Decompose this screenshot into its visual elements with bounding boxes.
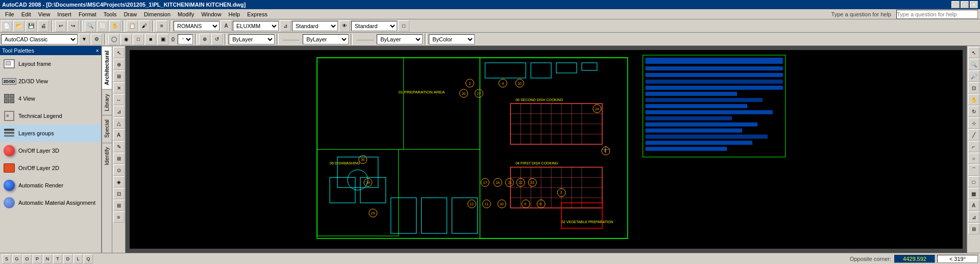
vert-btn-10[interactable]: ⊞ — [113, 153, 125, 164]
dynin-btn[interactable]: D — [63, 254, 72, 263]
menu-modify[interactable]: Modify — [175, 11, 197, 18]
layer-prev[interactable]: ↺ — [211, 34, 223, 45]
panel-item-on-off-3d[interactable]: On/Off Layer 3D — [0, 142, 101, 159]
layer-tools-3[interactable]: □ — [133, 34, 144, 45]
viewport-scale-select[interactable]: Standard — [351, 21, 397, 31]
vert-btn-5[interactable]: ↔ — [113, 94, 125, 105]
menu-edit[interactable]: Edit — [18, 11, 34, 18]
plot-style-select[interactable]: ByColor — [429, 34, 475, 44]
panel-item-on-off-2d[interactable]: On/Off Layer 2D — [0, 159, 101, 177]
layer-tools-5[interactable]: ▣ — [157, 34, 168, 45]
qp-btn[interactable]: Q — [84, 254, 93, 263]
panel-item-layout-frame[interactable]: Layout frame — [0, 55, 101, 73]
maximize-button[interactable]: □ — [961, 1, 969, 8]
vert-btn-6[interactable]: ⊿ — [113, 106, 125, 117]
right-btn-hatch[interactable]: ▦ — [968, 188, 979, 199]
lineweight-select[interactable]: ByLayer — [377, 34, 423, 44]
panel-item-layers-groups[interactable]: Layers groups — [0, 125, 101, 142]
canvas-area[interactable]: 01 PREPARATION AREA 06 SECOND DISH COOKI… — [126, 46, 967, 253]
vert-btn-12[interactable]: ◈ — [113, 176, 125, 187]
right-btn-line[interactable]: ╱ — [968, 129, 979, 140]
color-select[interactable]: ByLayer — [229, 34, 275, 44]
right-btn-text[interactable]: A — [968, 200, 979, 211]
polar-btn[interactable]: P — [33, 254, 42, 263]
menu-help[interactable]: Help — [226, 11, 243, 18]
pan[interactable]: ✋ — [109, 20, 120, 32]
text-style-btn[interactable]: A — [220, 20, 232, 32]
left-panel-close[interactable]: × — [96, 47, 99, 54]
open-button[interactable]: 📂 — [13, 20, 24, 32]
vert-btn-13[interactable]: ⊡ — [113, 188, 125, 199]
save-button[interactable]: 💾 — [26, 20, 37, 32]
new-button[interactable]: 📄 — [1, 20, 12, 32]
zoom-window[interactable]: ⬜ — [97, 20, 108, 32]
vert-btn-8[interactable]: A — [113, 129, 125, 140]
menu-tools[interactable]: Tools — [101, 11, 120, 18]
panel-item-auto-material[interactable]: Automatic Material Assignment — [0, 194, 101, 211]
tab-identify[interactable]: Identify — [102, 142, 112, 169]
panel-item-tech-legend[interactable]: Technical Legend — [0, 107, 101, 125]
tab-library[interactable]: Library — [102, 89, 112, 115]
ortho-btn[interactable]: O — [22, 254, 32, 263]
grid-btn[interactable]: G — [12, 254, 21, 263]
vert-btn-15[interactable]: ≡ — [113, 211, 125, 223]
workspace-select[interactable]: AutoCAD Classic — [1, 34, 78, 44]
menu-window[interactable]: Window — [198, 11, 224, 18]
vert-btn-1[interactable]: ↖ — [113, 47, 125, 58]
layer-num-select[interactable]: ▼ — [178, 34, 193, 44]
minimize-button[interactable]: _ — [951, 1, 960, 8]
cust-ui-btn[interactable]: ⚙ — [91, 34, 102, 45]
close-button[interactable]: × — [970, 1, 978, 8]
right-btn-zoom-out[interactable]: 🔎 — [968, 70, 979, 82]
layer-tools-4[interactable]: ■ — [145, 34, 156, 45]
right-btn-orbit[interactable]: ↻ — [968, 106, 979, 117]
vert-btn-3[interactable]: ⊞ — [113, 70, 125, 82]
help-search-input[interactable] — [896, 10, 978, 19]
workspace-btn[interactable]: ▼ — [79, 34, 90, 45]
menu-draw[interactable]: Draw — [120, 11, 140, 18]
right-btn-circle[interactable]: ○ — [968, 153, 979, 164]
match-prop[interactable]: 🖌 — [139, 20, 150, 32]
menu-insert[interactable]: Insert — [54, 11, 75, 18]
vert-btn-4[interactable]: ✕ — [113, 82, 125, 93]
right-btn-select[interactable]: ↖ — [968, 47, 979, 58]
undo-button[interactable]: ↩ — [55, 20, 66, 32]
tab-architectural[interactable]: Architectural — [102, 46, 112, 89]
right-btn-rect[interactable]: □ — [968, 176, 979, 187]
linetype-select[interactable]: ByLayer — [303, 34, 349, 44]
print-button[interactable]: 🖨 — [38, 20, 49, 32]
right-btn-polyline[interactable]: ⌐ — [968, 141, 979, 152]
lw-btn[interactable]: L — [74, 254, 83, 263]
right-btn-insert[interactable]: ⊞ — [968, 223, 979, 234]
menu-file[interactable]: File — [2, 11, 17, 18]
menu-dimension[interactable]: Dimension — [141, 11, 174, 18]
osnap-btn[interactable]: N — [43, 254, 52, 263]
layer-tools-1[interactable]: ◯ — [108, 34, 119, 45]
otrack-btn[interactable]: T — [53, 254, 62, 263]
vert-btn-2[interactable]: ⊕ — [113, 59, 125, 70]
panel-item-auto-render[interactable]: Automatic Render — [0, 177, 101, 194]
viewport-btn[interactable]: □ — [398, 20, 409, 32]
named-view-select[interactable]: Standard — [292, 21, 338, 31]
named-view-btn[interactable]: 👁 — [339, 20, 350, 32]
menu-express[interactable]: Express — [244, 11, 271, 18]
layer-tools-2[interactable]: ◉ — [120, 34, 132, 45]
properties[interactable]: 📋 — [127, 20, 138, 32]
vert-btn-14[interactable]: ⊞ — [113, 200, 125, 211]
right-btn-3dview[interactable]: ⊹ — [968, 117, 979, 129]
right-btn-zoom-all[interactable]: ⊡ — [968, 82, 979, 93]
snap-btn[interactable]: S — [2, 254, 11, 263]
panel-item-4view[interactable]: 4 View — [0, 90, 101, 107]
menu-format[interactable]: Format — [76, 11, 100, 18]
vert-btn-11[interactable]: ⊙ — [113, 164, 125, 176]
panel-item-2d3d[interactable]: 2D/3D 2D/3D View — [0, 73, 101, 90]
vert-btn-9[interactable]: ✎ — [113, 141, 125, 152]
vert-btn-7[interactable]: △ — [113, 117, 125, 129]
right-btn-arc[interactable]: ⌒ — [968, 164, 979, 176]
make-obj-layer[interactable]: ⊕ — [199, 34, 210, 45]
right-btn-pan[interactable]: ✋ — [968, 94, 979, 105]
dim-style-select[interactable]: ELUXMM — [233, 21, 279, 31]
text-style-select[interactable]: ROMANS — [174, 21, 219, 31]
right-btn-dim[interactable]: ⊿ — [968, 211, 979, 223]
layer-mgr[interactable]: ≡ — [156, 20, 167, 32]
